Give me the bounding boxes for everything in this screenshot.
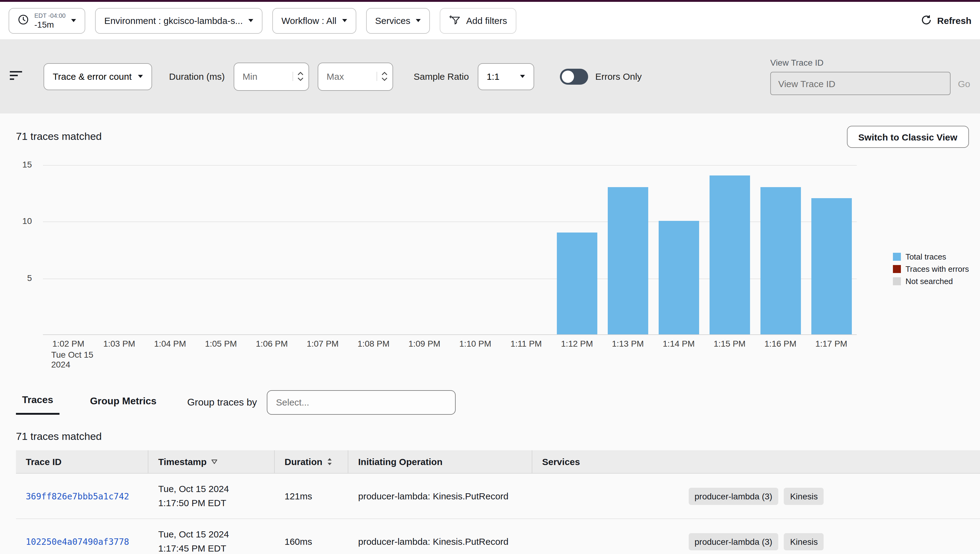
group-by-select[interactable]: [267, 390, 456, 414]
initiating-operation-value: producer-lambda: Kinesis.PutRecord: [358, 490, 508, 502]
legend-label: Traces with errors: [905, 264, 969, 274]
legend-item[interactable]: Total traces: [893, 252, 969, 261]
view-trace-id-input[interactable]: [770, 72, 951, 95]
caret-down-icon: [248, 19, 253, 22]
timestamp-text: Tue, Oct 15 2024: [158, 483, 229, 495]
x-tick-label: 1:09 PM: [399, 339, 450, 349]
x-tick-label: 1:15 PM: [704, 339, 755, 349]
table-row: 102250e4a07490af3778Tue, Oct 15 20241:17…: [16, 519, 980, 554]
y-tick-label: 5: [27, 273, 32, 283]
filter-lines-icon[interactable]: [10, 70, 23, 83]
column-label: Trace ID: [26, 457, 62, 467]
stepper-up-down-icon[interactable]: [292, 72, 303, 81]
x-tick-label: 1:05 PM: [196, 339, 247, 349]
timestamp-text: 1:17:45 PM EDT: [158, 542, 226, 554]
chart-bar[interactable]: [811, 199, 851, 334]
column-label: Timestamp: [158, 457, 207, 467]
column-header-timestamp[interactable]: Timestamp: [148, 451, 275, 473]
timestamp-cell: Tue, Oct 15 20241:17:50 PM EDT: [148, 474, 275, 518]
errors-only-control: Errors Only: [560, 68, 642, 84]
trace-count-chart: 51015 1:02 PMTue Oct 1520241:03 PM1:04 P…: [0, 165, 980, 369]
results-header: 71 traces matched Switch to Classic View: [0, 113, 980, 148]
sort-both-icon: [326, 458, 332, 466]
trace-id-cell: 369ff826e7bbb5a1c742: [16, 474, 148, 518]
caret-down-icon: [71, 19, 76, 22]
filter-toolbar: Trace & error count Duration (ms) Sample…: [0, 39, 980, 113]
add-filters-label: Add filters: [466, 15, 507, 26]
sample-ratio-dropdown[interactable]: 1:1: [477, 63, 534, 90]
initiating-operation-cell: producer-lambda: Kinesis.PutRecord: [348, 519, 532, 554]
duration-cell: 160ms: [275, 519, 348, 554]
x-tick-label: 1:08 PM: [348, 339, 399, 349]
legend-item[interactable]: Traces with errors: [893, 264, 969, 274]
column-header-duration[interactable]: Duration: [275, 451, 348, 473]
environment-dropdown[interactable]: Environment : gkcisco-lambda-s...: [95, 8, 262, 33]
errors-only-toggle[interactable]: [560, 68, 588, 84]
tab-group-metrics[interactable]: Group Metrics: [84, 390, 162, 414]
view-trace-id-group: View Trace ID Go: [770, 58, 970, 95]
duration-label: Duration (ms): [169, 71, 225, 81]
trace-id-cell: 102250e4a07490af3778: [16, 519, 148, 554]
column-header-trace-id: Trace ID: [16, 451, 148, 473]
services-dropdown[interactable]: Services: [366, 8, 430, 33]
chart-bar[interactable]: [760, 187, 800, 334]
table-row: 369ff826e7bbb5a1c742Tue, Oct 15 20241:17…: [16, 474, 980, 519]
table-traces-matched-count: 71 traces matched: [16, 431, 980, 443]
service-badge: producer-lambda (3): [688, 533, 778, 550]
time-range-value: -15m: [34, 19, 54, 29]
timestamp-text: 1:17:50 PM EDT: [158, 497, 226, 509]
metric-type-label: Trace & error count: [53, 71, 132, 81]
x-tick-label: 1:04 PM: [145, 339, 196, 349]
sample-ratio-label: Sample Ratio: [414, 71, 469, 81]
service-badge: producer-lambda (3): [688, 487, 778, 505]
metric-type-dropdown[interactable]: Trace & error count: [43, 63, 152, 90]
refresh-button[interactable]: Refresh: [921, 14, 971, 27]
chart-bar[interactable]: [658, 221, 699, 334]
errors-only-label: Errors Only: [595, 71, 642, 81]
table-header: Trace IDTimestampDurationInitiating Oper…: [16, 451, 980, 474]
x-tick-label: 1:07 PM: [297, 339, 348, 349]
x-tick-label: 1:02 PMTue Oct 152024: [43, 339, 94, 349]
x-axis-date-label: Tue Oct 152024: [51, 350, 94, 369]
duration-min-field[interactable]: [233, 62, 309, 91]
duration-max-input[interactable]: [325, 70, 372, 82]
duration-max-field[interactable]: [317, 62, 393, 91]
column-label: Initiating Operation: [358, 457, 442, 467]
y-tick-label: 10: [22, 216, 32, 226]
tab-traces[interactable]: Traces: [16, 390, 59, 415]
refresh-label: Refresh: [937, 15, 971, 26]
chart-bar[interactable]: [709, 176, 750, 334]
go-button[interactable]: Go: [958, 78, 970, 89]
duration-min-input[interactable]: [241, 70, 288, 82]
x-tick-label: 1:03 PM: [94, 339, 145, 349]
x-tick-label: 1:17 PM: [806, 339, 857, 349]
add-filters-button[interactable]: Add filters: [440, 8, 516, 33]
refresh-icon: [921, 14, 932, 27]
time-range-text: EDT -04:00 -15m: [34, 12, 65, 29]
chart-bar[interactable]: [557, 232, 597, 334]
chart-bar[interactable]: [608, 187, 648, 334]
group-traces-by-label: Group traces by: [187, 396, 257, 408]
initiating-operation-value: producer-lambda: Kinesis.PutRecord: [358, 535, 508, 548]
chart-y-axis: 51015: [0, 165, 35, 334]
trace-id-link[interactable]: 369ff826e7bbb5a1c742: [26, 490, 129, 502]
time-range-selector[interactable]: EDT -04:00 -15m: [9, 8, 85, 33]
legend-label: Total traces: [905, 252, 946, 261]
caret-down-icon: [138, 75, 143, 78]
sort-descending-icon: [211, 459, 218, 465]
chart-plot: [43, 165, 857, 335]
legend-item[interactable]: Not searched: [893, 277, 969, 286]
workflow-dropdown[interactable]: Workflow : All: [272, 8, 356, 33]
switch-to-classic-view-button[interactable]: Switch to Classic View: [846, 126, 969, 148]
trace-id-link[interactable]: 102250e4a07490af3778: [26, 535, 129, 548]
workflow-label: Workflow : All: [282, 15, 337, 26]
x-tick-label: 1:06 PM: [247, 339, 298, 349]
x-tick-label: 1:16 PM: [755, 339, 806, 349]
stepper-up-down-icon[interactable]: [376, 72, 387, 81]
column-label: Services: [542, 457, 580, 467]
legend-label: Not searched: [905, 277, 953, 286]
table-body: 369ff826e7bbb5a1c742Tue, Oct 15 20241:17…: [16, 474, 980, 554]
chart-gridline: [43, 165, 857, 166]
clock-icon: [18, 14, 29, 27]
duration-value: 121ms: [285, 490, 312, 502]
